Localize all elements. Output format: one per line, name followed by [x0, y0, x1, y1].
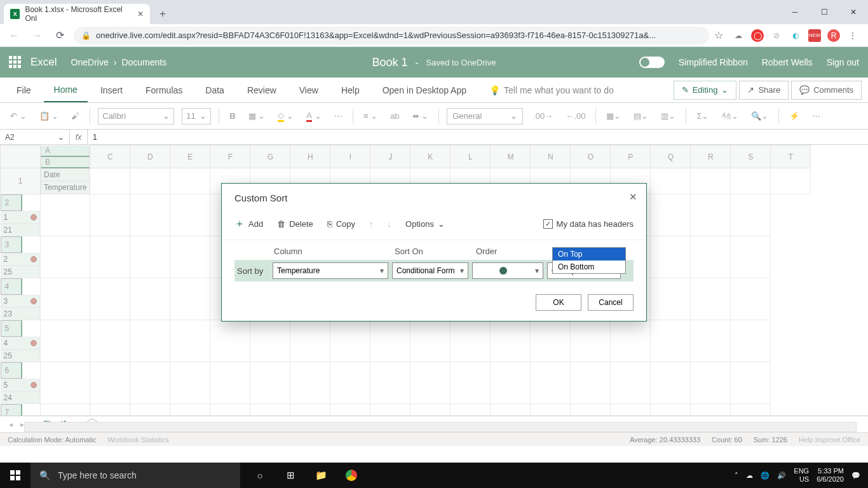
- explorer-icon[interactable]: 📁: [306, 463, 336, 488]
- name-box[interactable]: A2⌄: [0, 130, 70, 144]
- move-up-button[interactable]: ↑: [369, 219, 374, 229]
- onedrive-icon[interactable]: ☁: [746, 471, 753, 480]
- fx-icon[interactable]: fx: [70, 130, 88, 144]
- ext-icon[interactable]: ☁: [732, 29, 745, 42]
- move-down-button[interactable]: ↓: [388, 219, 392, 229]
- tab-insert[interactable]: Insert: [90, 78, 133, 102]
- bold-button[interactable]: B: [227, 109, 238, 123]
- options-button[interactable]: Options ⌄: [405, 219, 445, 229]
- editing-mode[interactable]: ✎ Editing ⌄: [674, 81, 737, 100]
- inc-decimal[interactable]: .00→: [531, 109, 555, 123]
- format-table[interactable]: ▤⌄: [631, 109, 651, 123]
- volume-icon[interactable]: 🔊: [777, 471, 786, 480]
- more-commands[interactable]: ⋯: [810, 109, 823, 123]
- more-font[interactable]: ⋯: [332, 109, 345, 123]
- signout-link[interactable]: Sign out: [827, 57, 859, 67]
- sort-filter[interactable]: ⅍⌄: [719, 109, 741, 123]
- start-button[interactable]: [0, 463, 31, 488]
- menu-icon[interactable]: ⋮: [846, 29, 859, 42]
- calc-mode[interactable]: Calculation Mode: Automatic: [8, 436, 96, 444]
- delete-level-button[interactable]: 🗑Delete: [277, 219, 313, 229]
- ok-button[interactable]: OK: [536, 294, 581, 311]
- app-launcher-icon[interactable]: [9, 56, 22, 69]
- new-tab-button[interactable]: +: [154, 5, 172, 23]
- network-icon[interactable]: 🌐: [761, 471, 770, 480]
- clock[interactable]: 5:33 PM6/6/2020: [817, 467, 844, 484]
- ext-icon[interactable]: NEW: [808, 29, 821, 42]
- workbook-stats[interactable]: Workbook Statistics: [107, 436, 168, 444]
- taskbar-search[interactable]: 🔍 Type here to search: [31, 463, 240, 488]
- paste-button[interactable]: 📋 ⌄: [37, 109, 62, 123]
- profile-avatar[interactable]: R: [827, 29, 840, 42]
- cell-styles[interactable]: ▥⌄: [658, 109, 678, 123]
- app-name[interactable]: Excel: [31, 56, 57, 69]
- address-bar[interactable]: 🔒 onedrive.live.com/edit.aspx?resid=BBFA…: [74, 27, 709, 44]
- add-level-button[interactable]: ＋Add: [234, 217, 263, 231]
- close-icon[interactable]: ✕: [629, 191, 637, 203]
- maximize-button[interactable]: ☐: [810, 0, 839, 24]
- user-name[interactable]: Robert Wells: [762, 57, 813, 67]
- lang-indicator[interactable]: ENGUS: [794, 467, 809, 484]
- headers-checkbox[interactable]: ✓My data has headers: [543, 219, 634, 229]
- borders-button[interactable]: ▦ ⌄: [246, 109, 268, 123]
- taskview-icon[interactable]: ⊞: [276, 463, 305, 488]
- format-painter[interactable]: 🖌: [69, 109, 82, 123]
- ideas-button[interactable]: ⚡: [787, 109, 802, 123]
- back-button[interactable]: ←: [5, 27, 23, 44]
- tab-home[interactable]: Home: [44, 78, 88, 102]
- tab-view[interactable]: View: [289, 78, 329, 102]
- close-window-button[interactable]: ✕: [839, 0, 868, 24]
- dec-decimal[interactable]: ←.00: [563, 109, 588, 123]
- open-desktop[interactable]: Open in Desktop App: [372, 78, 477, 102]
- ext-icon[interactable]: ⊘: [770, 29, 783, 42]
- tray-up-icon[interactable]: ˄: [735, 471, 738, 480]
- cancel-button[interactable]: Cancel: [588, 294, 634, 311]
- align-button[interactable]: ≡ ⌄: [361, 109, 380, 123]
- browser-tab[interactable]: X Book 1.xlsx - Microsoft Excel Onl ✕: [4, 4, 150, 24]
- ext-icon[interactable]: ◐: [789, 29, 802, 42]
- comments-button[interactable]: 💬 Comments: [791, 81, 862, 100]
- color-select[interactable]: ▾: [472, 262, 543, 279]
- dropdown-option[interactable]: On Bottom: [553, 261, 625, 273]
- horizontal-scrollbar[interactable]: [24, 422, 857, 432]
- tab-formulas[interactable]: Formulas: [135, 78, 193, 102]
- number-format[interactable]: General⌄: [447, 108, 523, 125]
- notifications-icon[interactable]: 💬: [851, 471, 860, 480]
- share-button[interactable]: ↗ Share: [739, 81, 789, 100]
- document-title[interactable]: Book 1: [372, 56, 408, 69]
- reload-button[interactable]: ⟳: [51, 27, 69, 44]
- column-select[interactable]: Temperature▾: [273, 262, 388, 279]
- copy-level-button[interactable]: ⎘Copy: [327, 219, 355, 229]
- close-icon[interactable]: ✕: [137, 10, 144, 18]
- sorton-select[interactable]: Conditional Form▾: [392, 262, 468, 279]
- font-color[interactable]: A⌄: [304, 109, 324, 124]
- fill-color[interactable]: ◇⌄: [275, 109, 296, 124]
- cond-format[interactable]: ▦⌄: [604, 109, 623, 123]
- font-select[interactable]: Calibri⌄: [98, 108, 174, 125]
- undo-button[interactable]: ↶ ⌄: [8, 109, 29, 123]
- prev-sheet[interactable]: ◂: [9, 420, 13, 429]
- help-improve[interactable]: Help Improve Office: [799, 436, 860, 444]
- autosum[interactable]: Σ⌄: [694, 109, 711, 123]
- formula-input[interactable]: 1: [88, 133, 868, 142]
- cortana-icon[interactable]: ○: [245, 463, 275, 488]
- ribbon-toggle[interactable]: [639, 57, 665, 68]
- dropdown-option[interactable]: On Top: [553, 248, 625, 261]
- merge-button[interactable]: ⬌ ⌄: [410, 109, 431, 123]
- tell-me[interactable]: 💡 Tell me what you want to do: [479, 78, 624, 102]
- ext-icon[interactable]: ◯: [751, 29, 764, 42]
- breadcrumb[interactable]: OneDrive: [71, 57, 109, 67]
- forward-button[interactable]: →: [28, 27, 46, 44]
- tab-help[interactable]: Help: [331, 78, 370, 102]
- font-size[interactable]: 11⌄: [182, 108, 211, 125]
- star-icon[interactable]: ☆: [714, 29, 723, 41]
- tab-data[interactable]: Data: [195, 78, 234, 102]
- breadcrumb[interactable]: Documents: [121, 57, 166, 67]
- wrap-text[interactable]: ab: [388, 109, 402, 123]
- find-button[interactable]: 🔍⌄: [749, 109, 771, 123]
- minimize-button[interactable]: ─: [780, 0, 810, 24]
- tab-file[interactable]: File: [6, 78, 41, 102]
- status-average: Average: 20.43333333: [630, 436, 700, 444]
- chrome-icon[interactable]: [337, 463, 366, 488]
- tab-review[interactable]: Review: [237, 78, 287, 102]
